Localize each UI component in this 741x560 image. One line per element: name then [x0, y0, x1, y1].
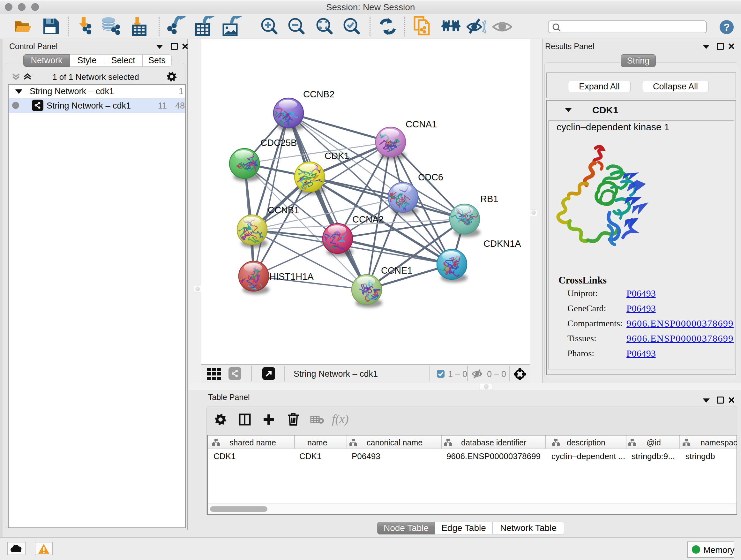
- svg-text:CCNB1: CCNB1: [268, 205, 299, 215]
- svg-text:CCNA1: CCNA1: [406, 119, 437, 129]
- svg-text:CDC25B: CDC25B: [260, 138, 297, 148]
- svg-text:CDK1: CDK1: [325, 151, 349, 161]
- svg-text:RB1: RB1: [480, 194, 498, 204]
- svg-text:HIST1H1A: HIST1H1A: [269, 271, 314, 282]
- svg-text:CDKN1A: CDKN1A: [483, 239, 521, 249]
- svg-text:CCNE1: CCNE1: [381, 265, 412, 275]
- svg-text:CCNA2: CCNA2: [352, 214, 384, 225]
- svg-text:CDC6: CDC6: [418, 172, 443, 182]
- svg-text:CCNB2: CCNB2: [303, 89, 334, 99]
